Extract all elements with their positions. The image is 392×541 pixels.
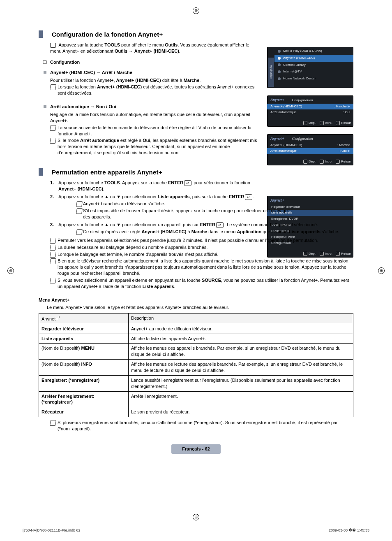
note-text: Permuter vers les appareils sélectionnés… bbox=[39, 237, 353, 244]
section-title: Configuration de la fonction Anynet+ bbox=[39, 30, 353, 39]
osd-brand: Anynet+ bbox=[270, 98, 285, 102]
bullet-icon bbox=[278, 50, 281, 53]
table-row: (Nom de Dispositif) MENUAffiche les menu… bbox=[39, 344, 353, 360]
anynet-menu-table: Anynet++ Description Regarder téléviseur… bbox=[39, 313, 353, 417]
section-title: Permutation entre appareils Anynet+ bbox=[39, 168, 353, 176]
table-cell: Le son provient du récepteur. bbox=[129, 407, 353, 417]
table-cell: (Nom de Dispositif) MENU bbox=[39, 344, 129, 360]
note-text: Lorsque la fonction Anynet+ (HDMI-CEC) e… bbox=[39, 84, 263, 96]
body-text: Réglage de la mise hors tension automati… bbox=[50, 111, 256, 124]
table-row: Enregistrer: (*enregistreur)Lance aussit… bbox=[39, 375, 353, 391]
osd-foot: Retour bbox=[336, 121, 351, 125]
footer-timestamp: 2009-03-30 �� 1:45:33 bbox=[329, 528, 369, 533]
table-cell: Affiche la liste des appareils Anynet+. bbox=[129, 334, 353, 344]
note-text: Si plusieurs enregistreurs sont branchés… bbox=[39, 420, 353, 432]
table-cell: Anynet+ au mode de diffusion téléviseur. bbox=[129, 324, 353, 334]
setting-heading: Arrêt automatique → Non / Oui bbox=[39, 104, 353, 110]
table-cell: Arrête l'enregistrement. bbox=[129, 391, 353, 407]
enter-icon: ↵ bbox=[184, 180, 191, 186]
footer-filepath: [750-NA]BN68-02111B-Fre.indb 62 bbox=[23, 528, 81, 533]
note-text: Lorsque le balayage est terminé, le nomb… bbox=[39, 251, 353, 258]
table-cell: Regarder téléviseur bbox=[39, 324, 129, 334]
note-text: La source active de la télécommande du t… bbox=[39, 125, 263, 137]
step-item: Appuyez sur la touche ▲ ou ▼ pour sélect… bbox=[50, 222, 353, 235]
osd-foot: Retour bbox=[336, 160, 351, 164]
note-text: Anynet+ branchés au téléviseur s'affiche… bbox=[58, 201, 288, 207]
table-cell: Arrêter l'enregistrement: (*enregistreur… bbox=[39, 391, 129, 407]
osd-title: Configuration bbox=[289, 97, 313, 103]
tools-icon bbox=[50, 43, 56, 48]
osd-row-label: Anynet+ (HDMI-CEC) bbox=[270, 143, 302, 148]
crop-mark-icon: ⊕ bbox=[193, 514, 199, 520]
note-text: Si le mode Arrêt automatique est réglé à… bbox=[39, 137, 263, 156]
table-header: Anynet++ bbox=[39, 313, 129, 324]
table-row: (Nom de Dispositif) INFOAffiche les menu… bbox=[39, 360, 353, 376]
note-text: S'il est impossible de trouver l'apparei… bbox=[58, 208, 288, 220]
osd-foot: Intro. bbox=[320, 121, 332, 125]
osd-foot: Dépl. bbox=[303, 160, 316, 164]
osd-config-1: Anynet+ Configuration Anynet+ (HDMI-CEC)… bbox=[267, 95, 353, 127]
osd-row-label: Arrêt automatique bbox=[270, 110, 297, 115]
osd-row-value: : Oui bbox=[340, 149, 347, 153]
table-cell: Récepteur bbox=[39, 407, 129, 417]
note-text: Si vous avez sélectionné un appareil ext… bbox=[39, 277, 353, 290]
osd-menu-item: Media Play (USB & DLNA) bbox=[274, 48, 353, 55]
osd-config-2: Anynet+ Configuration Anynet+ (HDMI-CEC)… bbox=[267, 134, 353, 165]
table-row: RécepteurLe son provient du récepteur. bbox=[39, 407, 353, 417]
chevron-right-icon: ▶ bbox=[348, 149, 350, 153]
table-cell: Affiche les menus de lecture des apparei… bbox=[129, 360, 353, 376]
note-text: La durée nécessaire au balayage dépend d… bbox=[39, 244, 353, 251]
osd-menu-label: Media Play (USB & DLNA) bbox=[283, 49, 322, 53]
crop-mark-icon: ⊕ bbox=[378, 267, 385, 274]
table-cell: Enregistrer: (*enregistreur) bbox=[39, 375, 129, 391]
body-text: Le menu Anynet+ varie selon le type et l… bbox=[47, 304, 353, 311]
osd-row-value: : Marche bbox=[337, 143, 350, 148]
note-text: Ce n'est qu'après avoir réglé Anynet+ (H… bbox=[58, 229, 353, 235]
table-row: Arrêter l'enregistrement: (*enregistreur… bbox=[39, 391, 353, 407]
note-text: Bien que le téléviseur recherche automat… bbox=[39, 258, 353, 276]
table-cell: (Nom de Dispositif) INFO bbox=[39, 360, 129, 376]
crop-mark-icon: ⊕ bbox=[7, 267, 14, 274]
step-item: Appuyez sur la touche ▲ ou ▼ pour sélect… bbox=[50, 194, 353, 220]
crop-mark-icon: ⊕ bbox=[193, 7, 199, 14]
sub-heading: Menu Anynet+ bbox=[39, 297, 353, 303]
body-text: Pour utiliser la fonction Anynet+, Anyne… bbox=[50, 77, 256, 84]
step-item: Appuyez sur la touche TOOLS. Appuyez sur… bbox=[50, 180, 353, 192]
enter-icon: ↵ bbox=[245, 194, 252, 200]
osd-foot: Intro. bbox=[320, 160, 332, 164]
table-row: Liste appareilsAffiche la liste des appa… bbox=[39, 334, 353, 344]
bullet-icon bbox=[278, 77, 281, 80]
table-cell: Affiche les menus des appareils branchés… bbox=[129, 344, 353, 360]
osd-application-menu: Application Media Play (USB & DLNA)Anyne… bbox=[267, 47, 353, 88]
table-cell: Liste appareils bbox=[39, 334, 129, 344]
osd-menu-label: Home Network Center bbox=[283, 77, 316, 81]
table-row: Regarder téléviseurAnynet+ au mode de di… bbox=[39, 324, 353, 334]
osd-brand: Anynet+ bbox=[270, 136, 285, 141]
enter-icon: ↵ bbox=[216, 222, 224, 228]
page-footer-badge: Français - 62 bbox=[171, 444, 221, 454]
setting-heading: Anynet+ (HDMI-CEC) → Arrêt / Marche bbox=[39, 70, 353, 76]
table-cell: Lance aussitôt l'enregistrement sur l'en… bbox=[129, 375, 353, 391]
sub-heading: Configuration bbox=[39, 59, 353, 65]
osd-title: Configuration bbox=[289, 136, 313, 142]
osd-row-value: : Oui bbox=[343, 110, 350, 115]
body-text: Appuyez sur la touche TOOLS pour affiche… bbox=[50, 42, 256, 54]
osd-menu-item: Home Network Center bbox=[274, 75, 353, 82]
osd-foot: Dépl. bbox=[303, 121, 316, 125]
table-header: Description bbox=[129, 313, 353, 324]
osd-row-label: Arrêt automatique bbox=[270, 149, 297, 153]
